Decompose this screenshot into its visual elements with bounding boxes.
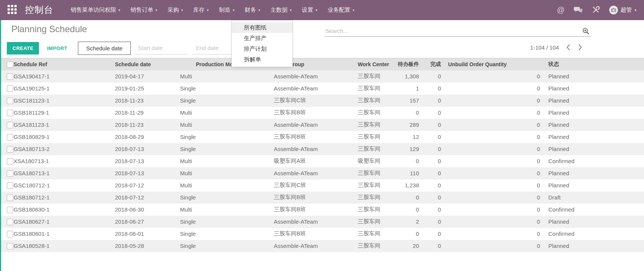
- cell-status: Planned: [542, 179, 644, 192]
- planning-schedule-table: Schedule RefSchedule dateProduction Mode…: [0, 58, 644, 252]
- search-bar: [324, 25, 591, 37]
- cell-status: Confirmed: [542, 155, 644, 167]
- cell-todo-panels: 110: [390, 167, 421, 179]
- cell-done: 0: [421, 143, 443, 155]
- row-checkbox[interactable]: [7, 146, 13, 153]
- chat-icon[interactable]: [574, 6, 583, 14]
- app-title[interactable]: 控制台: [25, 4, 53, 16]
- table-row[interactable]: GSC180712-12018-07-12Multi三胺车间C班三胺车间1,23…: [0, 179, 644, 192]
- column-header-6[interactable]: 待办板件: [390, 58, 421, 70]
- cell-schedule-date: 2018-06-27: [113, 216, 178, 228]
- dropdown-item-2[interactable]: 生产排产: [232, 33, 292, 44]
- row-checkbox[interactable]: [7, 170, 13, 177]
- menu-label: 财务: [245, 6, 256, 14]
- table-row[interactable]: GSA180528-12018-05-28SingleAssemble-ATea…: [0, 240, 644, 252]
- action-buttons: CREATE IMPORT Schedule date: [7, 41, 247, 55]
- search-zoom-icon[interactable]: [582, 26, 591, 36]
- cell-todo-panels: 129: [390, 143, 421, 155]
- dropdown-item-3[interactable]: 排产计划: [232, 44, 292, 54]
- cell-work-group: Assemble-ATeam: [272, 143, 355, 155]
- table-row[interactable]: GSC181123-12018-11-23Single三胺车间C班三胺车间157…: [0, 95, 644, 107]
- row-checkbox[interactable]: [7, 158, 13, 165]
- caret-down-icon: ▾: [635, 8, 636, 12]
- row-checkbox[interactable]: [7, 122, 13, 128]
- tools-icon[interactable]: [592, 6, 600, 14]
- cell-production-mode: Single: [178, 131, 272, 143]
- user-menu[interactable]: 超管 ▾: [609, 6, 636, 14]
- cell-work-center: 三胺车间: [355, 167, 390, 179]
- table-row[interactable]: GSB180712-12018-07-12Single三胺车间B班三胺车间000…: [0, 192, 644, 204]
- apps-grid-icon[interactable]: [8, 5, 17, 15]
- topbar-menu-8[interactable]: 设置▾: [302, 6, 317, 14]
- cell-todo-panels: 12: [390, 131, 421, 143]
- column-header-7[interactable]: 完成: [421, 58, 443, 70]
- table-row[interactable]: GSB180601-12018-06-01Single三胺车间B班三胺车间000…: [0, 228, 644, 240]
- table-row[interactable]: GSA190125-12019-01-25SingleAssemble-ATea…: [0, 83, 644, 95]
- select-all-checkbox[interactable]: [7, 61, 13, 68]
- table-row[interactable]: GSB181129-12018-11-29Multi三胺车间B班三胺车间000P…: [0, 107, 644, 119]
- dropdown-item-1[interactable]: 所有图纸: [232, 22, 292, 33]
- cell-done: 0: [421, 204, 443, 216]
- topbar-menu-6[interactable]: 财务▾: [245, 6, 260, 14]
- cell-production-mode: Single: [178, 143, 272, 155]
- schedule-date-filter-button[interactable]: Schedule date: [78, 42, 131, 55]
- manufacturing-dropdown-menu: 所有图纸生产排产排产计划拆解单: [231, 20, 293, 67]
- at-icon[interactable]: @: [557, 6, 565, 14]
- table-row[interactable]: GSB180630-12018-06-30Multi三胺车间B班三胺车间000C…: [0, 204, 644, 216]
- row-checkbox[interactable]: [7, 243, 13, 249]
- cell-schedule-date: 2018-07-13: [113, 167, 178, 179]
- row-checkbox[interactable]: [7, 207, 13, 213]
- cell-status: Planned: [542, 131, 644, 143]
- cell-todo-panels: 1: [390, 83, 421, 95]
- table-row[interactable]: GSA180713-12018-07-13MultiAssemble-ATeam…: [0, 167, 644, 179]
- accent-left-strip: [0, 20, 1, 271]
- cell-status: Planned: [542, 167, 644, 179]
- row-checkbox-cell: [0, 119, 14, 131]
- topbar-menu-2[interactable]: 销售订单▾: [130, 6, 157, 14]
- row-checkbox[interactable]: [7, 231, 13, 237]
- search-input[interactable]: [324, 27, 582, 34]
- cell-done: 0: [421, 155, 443, 167]
- table-row[interactable]: GSA180627-12018-06-27SingleAssemble-ATea…: [0, 216, 644, 228]
- topbar: 控制台 销售菜单访问权限▾销售订单▾采购▾库存▾制造▾财务▾主数据▾设置▾业务配…: [0, 0, 644, 20]
- column-header-5[interactable]: Work Center: [355, 58, 390, 70]
- menu-label: 业务配置: [327, 6, 350, 14]
- topbar-menu-7[interactable]: 主数据▾: [270, 6, 292, 14]
- dropdown-item-4[interactable]: 拆解单: [232, 54, 292, 65]
- topbar-menu-9[interactable]: 业务配置▾: [327, 6, 354, 14]
- row-checkbox[interactable]: [7, 134, 13, 140]
- menu-label: 制造: [219, 6, 230, 14]
- column-header-2[interactable]: Schedule date: [113, 58, 178, 70]
- table-row[interactable]: GSA181123-12018-11-23MultiAssemble-ATeam…: [0, 119, 644, 131]
- cell-done: 0: [421, 131, 443, 143]
- chevron-left-icon[interactable]: [565, 44, 571, 51]
- row-checkbox[interactable]: [7, 98, 13, 104]
- column-header-1[interactable]: Schedule Ref: [14, 58, 113, 70]
- row-checkbox[interactable]: [7, 86, 13, 92]
- row-checkbox[interactable]: [7, 182, 13, 189]
- topbar-menu-4[interactable]: 库存▾: [193, 6, 209, 14]
- cell-done: 0: [421, 83, 443, 95]
- topbar-menu-5[interactable]: 制造▾: [219, 6, 234, 14]
- row-checkbox[interactable]: [7, 219, 13, 225]
- row-checkbox[interactable]: [7, 110, 13, 116]
- import-button[interactable]: IMPORT: [45, 45, 70, 51]
- cell-unbuild-qty: 0: [443, 192, 542, 204]
- cell-schedule-ref: GSA180627-1: [14, 216, 113, 228]
- chevron-right-icon[interactable]: [577, 44, 583, 51]
- column-header-8[interactable]: Unbuild Order Quantity: [443, 58, 542, 70]
- table-row[interactable]: XSA180713-12018-07-13Multi吸塑车间A班吸塑车间000C…: [0, 155, 644, 167]
- row-checkbox-cell: [0, 83, 14, 95]
- row-checkbox[interactable]: [7, 73, 13, 80]
- table-row[interactable]: GSA180713-22018-07-13SingleAssemble-ATea…: [0, 143, 644, 155]
- row-checkbox[interactable]: [7, 195, 13, 201]
- create-button[interactable]: CREATE: [7, 42, 39, 55]
- topbar-menu-1[interactable]: 销售菜单访问权限▾: [71, 6, 120, 14]
- topbar-menu-3[interactable]: 采购▾: [168, 6, 183, 14]
- table-row[interactable]: GSB180829-12018-08-29Single三胺车间B班三胺车间120…: [0, 131, 644, 143]
- column-header-9[interactable]: 状态: [542, 58, 644, 70]
- table-row[interactable]: GSA190417-12019-04-17MultiAssemble-ATeam…: [0, 70, 644, 83]
- cell-production-mode: Single: [178, 83, 272, 95]
- cell-status: Planned: [542, 83, 644, 95]
- start-date-input[interactable]: [134, 42, 189, 55]
